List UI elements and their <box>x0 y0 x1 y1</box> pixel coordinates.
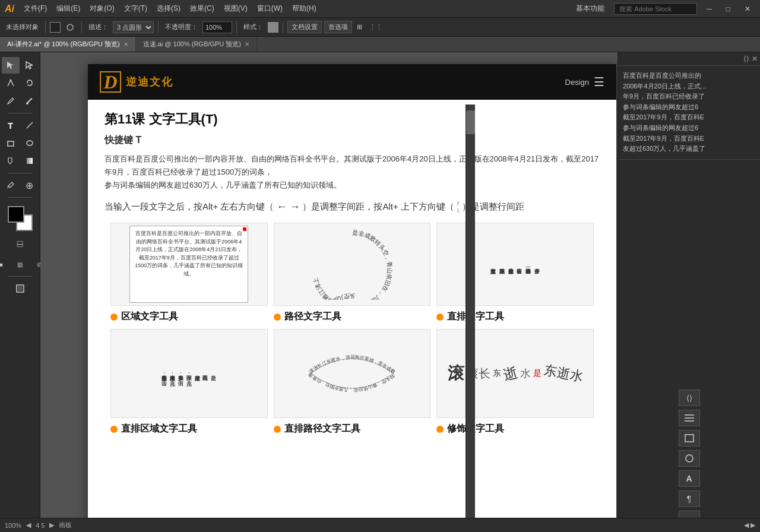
brush-tool[interactable] <box>21 93 39 109</box>
menu-file[interactable]: 文件(F) <box>19 4 52 14</box>
demo-path-text: 是非成败转头空，青山依旧在，几度夕阳红。白发渔樵江渚上 是非成败转头空几度夕阳 <box>274 223 431 323</box>
adobe-stock-search[interactable] <box>614 3 697 15</box>
svg-point-5 <box>27 141 33 145</box>
style-label: 样式： <box>241 23 265 31</box>
menu-object[interactable]: 对象(O) <box>85 4 119 14</box>
rect-tool[interactable] <box>2 135 20 151</box>
right-icon-para[interactable]: ¶ <box>679 490 700 507</box>
zoom-tool[interactable]: ⊕ <box>21 177 39 194</box>
workspace-selector[interactable]: 基本功能 <box>571 4 609 14</box>
gradient-icon[interactable]: ▨ <box>11 256 29 273</box>
dot-vpath <box>274 426 281 433</box>
canvas-area: D 逆迪文化 Design ☰ 第11课 文字工具(T) 快捷键 T 百度百科是… <box>40 52 618 532</box>
lesson-intro: 百度百科是百度公司推出的一部内容开放、自由的网络百科全书平台。其测试版于2006… <box>104 153 600 192</box>
demo-box-vertical-path: 滚滚长江东逝水，浪花淘尽英雄，是非成败转头空，青山依旧在，几度夕阳红，白发渔 <box>274 329 431 418</box>
svg-point-0 <box>67 24 73 30</box>
status-nav-prev[interactable]: ◀ <box>26 521 31 529</box>
hamburger-menu[interactable]: ☰ <box>594 75 604 89</box>
right-icon-lines[interactable] <box>679 410 700 426</box>
scroll-thumb[interactable] <box>466 110 475 134</box>
right-icon-rect[interactable] <box>679 430 700 446</box>
vcol-4: 江今夕阳，几度 <box>186 371 192 376</box>
tab-sudi[interactable]: 送递.ai @ 100% (RGB/GPU 预览) ✕ <box>136 37 257 52</box>
vertical-area-content: 非是成败转头空，青山 白发渔樵江渚上，几度 风古今多少事，依旧 江今夕阳，几度 … <box>158 368 221 380</box>
svg-text:滚滚长江东逝水，浪花淘尽英雄，是非成败转头空，青山依旧在，几: 滚滚长江东逝水，浪花淘尽英雄，是非成败转头空，青山依旧在，几度夕阳红，白发渔 <box>307 354 396 392</box>
close-btn[interactable]: ✕ <box>740 5 755 13</box>
right-arrow-icon: → <box>289 201 300 213</box>
svg-rect-4 <box>8 141 14 146</box>
big-char-3: 东 <box>493 368 501 379</box>
tab-ai-course[interactable]: AI-课件2.ai* @ 100% (RGB/GPU 预览) ✕ <box>0 37 136 52</box>
menu-bar: Ai 文件(F) 编辑(E) 对象(O) 文字(T) 选择(S) 效果(C) 视… <box>0 0 760 18</box>
right-panel-close-icon[interactable]: ✕ <box>752 55 758 63</box>
right-icon-A[interactable]: A <box>679 470 700 487</box>
minimize-btn[interactable]: ─ <box>702 5 717 13</box>
tab-close-2[interactable]: ✕ <box>245 41 249 48</box>
select-tools <box>2 57 39 74</box>
menu-text[interactable]: 文字(T) <box>119 4 152 14</box>
fill-icon[interactable]: ■ <box>0 256 10 273</box>
doc-settings-btn[interactable]: 文档设置 <box>287 21 322 33</box>
menu-window[interactable]: 窗口(W) <box>252 4 287 14</box>
lasso-tool[interactable] <box>21 75 39 91</box>
stroke-swatch[interactable] <box>50 22 61 33</box>
sep-tools-2 <box>8 173 32 173</box>
right-panel-expand[interactable]: ⟨⟩ <box>743 55 749 63</box>
arrange-icon[interactable]: ⊞ <box>354 23 365 31</box>
svg-text:是非成败转头空，青山依旧在，几度夕阳红。白发渔樵江渚上: 是非成败转头空，青山依旧在，几度夕阳红。白发渔樵江渚上 <box>312 229 393 300</box>
pen-tool[interactable] <box>2 75 20 91</box>
pencil-tool[interactable] <box>2 93 20 109</box>
lesson-title: 第11课 文字工具(T) <box>104 110 600 128</box>
line-tool[interactable] <box>21 117 39 134</box>
status-bar: 100% ◀ 4 5 ▶ 画板 ◀ ▶ <box>0 518 760 532</box>
eyedropper-tool[interactable] <box>2 177 20 194</box>
demo-box-decoration: 滚 滚长 东 逝 水 是 东逝水 <box>436 329 594 418</box>
v-scrollbar[interactable] <box>466 104 475 518</box>
right-tool-row1: ⟨⟩ <box>679 390 700 406</box>
right-icon-expand[interactable]: ⟨⟩ <box>679 390 700 406</box>
menu-effect[interactable]: 效果(C) <box>185 4 219 14</box>
menu-help[interactable]: 帮助(H) <box>287 4 321 14</box>
sep-tools-1 <box>8 113 32 113</box>
none-fill[interactable]: □ <box>11 236 29 252</box>
more-icon[interactable]: ⋮⋮ <box>367 23 385 31</box>
demo-area-text: 百度百科是百度公司推出的一部内容开放、自由的网络百科全书平台。其测试版于2006… <box>110 223 268 323</box>
big-char-6: 是 <box>533 368 542 379</box>
right-panel-text: 百度百科是百度公司推出的 2006年4月20日上线，正式... 年9月，百度百科… <box>618 66 760 160</box>
tab-close-1[interactable]: ✕ <box>124 41 128 48</box>
right-panel-tools: ⟨⟩ A ¶ ○ <box>618 385 760 532</box>
menu-view[interactable]: 视图(V) <box>219 4 252 14</box>
vertical-area-label: 直排区域文字工具 <box>110 423 268 435</box>
svg-point-1 <box>10 80 11 81</box>
menu-select[interactable]: 选择(S) <box>152 4 185 14</box>
stroke-select[interactable]: 3 点圆形 <box>113 21 154 33</box>
big-char-1: 滚 <box>448 362 464 385</box>
zoom-level: 100% <box>5 522 21 529</box>
restore-btn[interactable]: □ <box>721 5 735 13</box>
sep4 <box>236 21 237 33</box>
vertical-text-label: 直排文字工具 <box>436 311 594 323</box>
artboard-label: 画板 <box>59 521 72 530</box>
ellipse-tool[interactable] <box>21 135 39 151</box>
path-text-label: 路径文字工具 <box>274 311 431 323</box>
direct-select-tool[interactable] <box>21 57 39 74</box>
gradient-tool[interactable] <box>21 153 39 169</box>
preferences-btn[interactable]: 首选项 <box>324 21 352 33</box>
menu-edit[interactable]: 编辑(E) <box>52 4 85 14</box>
right-icon-circle[interactable] <box>679 450 700 467</box>
paintbucket-tool[interactable] <box>2 153 20 169</box>
sep-tools-3 <box>8 197 32 198</box>
sep5 <box>283 21 283 33</box>
status-nav-next[interactable]: ▶ <box>49 521 54 529</box>
stroke-label: 描述： <box>86 23 110 31</box>
select-tool[interactable] <box>2 57 20 74</box>
logo-area: D 逆迪文化 <box>100 71 173 93</box>
foreground-swatch[interactable] <box>8 206 24 223</box>
type-tool[interactable]: T <box>2 117 20 134</box>
style-swatch[interactable] <box>268 22 278 33</box>
svg-point-17 <box>686 455 693 462</box>
artboard-tool[interactable] <box>11 280 29 297</box>
vcol-2: 白发渔樵江渚上，几度 <box>169 371 176 376</box>
status-nav-bar[interactable]: ◀ ▶ <box>744 521 755 529</box>
opacity-input[interactable] <box>202 21 232 33</box>
